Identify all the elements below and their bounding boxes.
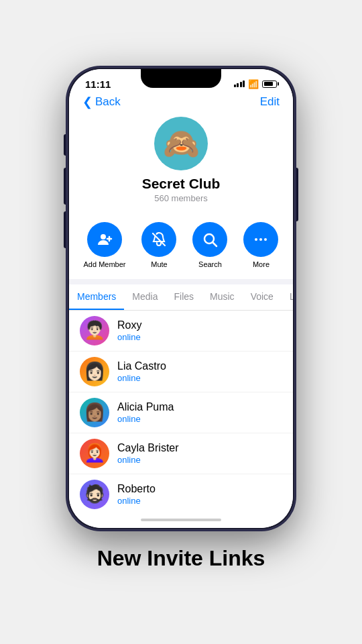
member-avatar: 👩🏽 — [80, 398, 109, 427]
add-member-label: Add Member — [84, 260, 126, 268]
action-buttons: Add Member Mute — [69, 214, 293, 279]
power-button — [296, 168, 298, 221]
notch — [141, 69, 221, 88]
member-info: Roxy online — [117, 319, 141, 342]
back-chevron-icon: ❮ — [82, 96, 93, 108]
member-status: online — [117, 373, 166, 383]
page-title: New Invite Links — [0, 530, 362, 591]
section-divider — [69, 279, 293, 284]
screen: 11:11 📶 — [69, 69, 293, 528]
edit-button[interactable]: Edit — [260, 95, 280, 109]
tab-files[interactable]: Files — [166, 284, 202, 310]
group-emoji: 🙈 — [163, 126, 200, 161]
signal-icon — [234, 80, 245, 87]
member-avatar: 🧔🏻 — [80, 480, 109, 509]
back-label: Back — [95, 95, 121, 109]
member-name: Roxy — [117, 319, 141, 331]
home-indicator — [69, 515, 293, 528]
members-list: 🧑🏻‍🦱 Roxy online 👩🏻 Lia Castro online 👩🏽… — [69, 311, 293, 515]
list-item[interactable]: 👩🏻 Lia Castro online — [69, 352, 293, 392]
list-item[interactable]: 👩🏻‍🦰 Cayla Brister online — [69, 433, 293, 474]
member-avatar: 👩🏻 — [80, 357, 109, 386]
member-avatar: 🧑🏻‍🦱 — [80, 316, 109, 345]
battery-icon — [262, 80, 277, 88]
add-member-icon — [87, 222, 122, 257]
phone-wrapper: 11:11 📶 — [67, 67, 295, 530]
mute-action-button[interactable]: Mute — [141, 222, 176, 268]
volume-down-button — [64, 211, 66, 248]
nav-bar: ❮ Back Edit — [69, 93, 293, 114]
svg-point-7 — [259, 238, 262, 241]
member-status: online — [117, 455, 179, 465]
search-label: Search — [198, 260, 222, 268]
phone-inner: 11:11 📶 — [69, 69, 293, 528]
tab-media[interactable]: Media — [124, 284, 166, 310]
back-button[interactable]: ❮ Back — [82, 95, 121, 109]
add-member-button[interactable]: Add Member — [84, 222, 126, 268]
status-time: 11:11 — [85, 78, 111, 90]
search-action-button[interactable]: Search — [192, 222, 227, 268]
list-item[interactable]: 🧔🏻 Roberto online — [69, 474, 293, 515]
group-name: Secret Club — [142, 176, 221, 192]
list-item[interactable]: 🧑🏻‍🦱 Roxy online — [69, 311, 293, 352]
member-name: Alicia Puma — [117, 401, 174, 413]
tabs-bar: Members Media Files Music Voice Lin… — [69, 284, 293, 311]
member-name: Cayla Brister — [117, 442, 179, 454]
tab-members[interactable]: Members — [69, 284, 124, 310]
member-name: Lia Castro — [117, 360, 166, 372]
tab-voice[interactable]: Voice — [243, 284, 282, 310]
more-action-button[interactable]: More — [243, 222, 278, 268]
member-status: online — [117, 414, 174, 424]
member-count: 560 members — [154, 193, 207, 203]
status-icons: 📶 — [234, 79, 278, 89]
volume-up-button — [64, 168, 66, 205]
more-icon — [243, 222, 278, 257]
tab-links[interactable]: Lin… — [282, 284, 293, 310]
svg-point-6 — [255, 238, 257, 241]
group-avatar: 🙈 — [154, 117, 208, 170]
member-info: Roberto online — [117, 483, 156, 506]
member-info: Lia Castro online — [117, 360, 166, 383]
home-bar — [141, 519, 221, 521]
list-item[interactable]: 👩🏽 Alicia Puma online — [69, 392, 293, 433]
member-status: online — [117, 496, 156, 506]
mute-icon — [141, 222, 176, 257]
tab-music[interactable]: Music — [202, 284, 243, 310]
phone-frame: 11:11 📶 — [67, 67, 295, 530]
search-icon — [192, 222, 227, 257]
mute-button — [64, 134, 66, 156]
profile-section: 🙈 Secret Club 560 members — [69, 114, 293, 214]
member-status: online — [117, 332, 141, 342]
wifi-icon: 📶 — [248, 79, 259, 89]
member-info: Cayla Brister online — [117, 442, 179, 465]
svg-point-0 — [101, 234, 106, 239]
member-info: Alicia Puma online — [117, 401, 174, 424]
mute-label: Mute — [151, 260, 167, 268]
svg-point-8 — [264, 238, 267, 241]
svg-line-5 — [213, 242, 217, 246]
member-avatar: 👩🏻‍🦰 — [80, 439, 109, 468]
battery-fill — [264, 82, 274, 86]
more-label: More — [253, 260, 269, 268]
member-name: Roberto — [117, 483, 156, 495]
